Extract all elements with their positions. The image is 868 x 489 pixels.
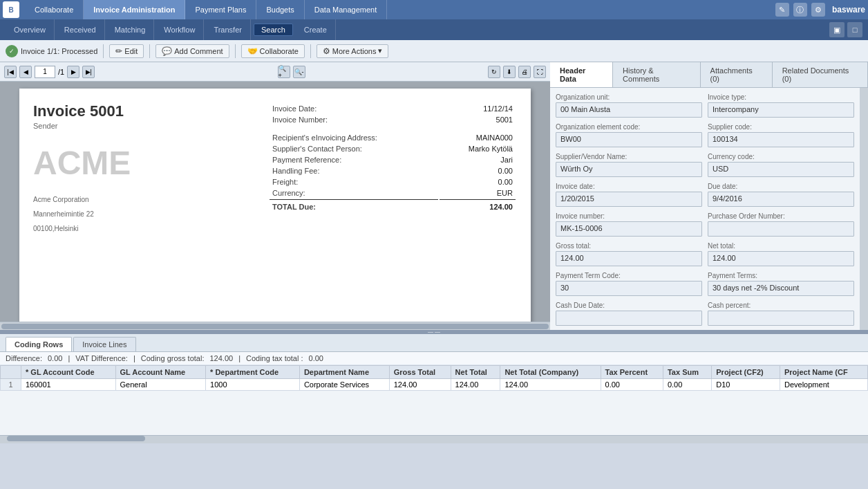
invoice-number-value[interactable]: MK-15-0006 [556,221,702,237]
nav-matching[interactable]: Matching [106,19,155,40]
cash-percent-value[interactable] [708,311,854,326]
more-actions-button[interactable]: ⚙ More Actions ▾ [317,44,389,58]
net-total-cell[interactable]: 124.00 [451,379,500,391]
prev-page-button[interactable]: ◀ [19,66,32,78]
edit-button[interactable]: ✏ Edit [109,44,144,58]
net-total-value[interactable]: 124.00 [708,251,854,266]
collaborate-button[interactable]: 🤝 Collaborate [241,44,305,58]
coding-rows-table: * GL Account Code GL Account Name * Depa… [0,365,868,435]
freight-label: Freight: [270,177,438,187]
right-panel-tabs: Header Data History & Comments Attachmen… [550,62,868,88]
coding-gross-value: 124.00 [209,354,233,362]
nav-overview[interactable]: Overview [6,19,55,40]
nav-icon-1[interactable]: ▣ [829,22,845,37]
bottom-tabs: Coding Rows Invoice Lines [0,334,868,352]
nav-tab-payment-plans[interactable]: Payment Plans [185,0,256,19]
download-button[interactable]: ⬇ [503,66,516,78]
nav-received[interactable]: Received [56,19,105,40]
next-page-button[interactable]: ▶ [67,66,79,78]
col-dept-code: * Department Code [206,366,300,379]
project-name-cell[interactable]: Development [780,379,868,391]
actions-icon: ⚙ [323,46,330,56]
payment-terms-value[interactable]: 30 days net -2% Discount [708,281,854,296]
bottom-horizontal-scrollbar[interactable] [0,435,868,443]
field-due-date: Due date: 9/4/2016 [708,183,854,207]
gross-total-value[interactable]: 124.00 [556,251,702,266]
col-gl-account-code: * GL Account Code [21,366,116,379]
rotate-button[interactable]: ↻ [488,66,500,78]
nav-icon-2[interactable]: □ [847,22,862,37]
net-total-company-cell[interactable]: 124.00 [500,379,601,391]
right-panel-scrollbar[interactable] [860,88,868,330]
tax-percent-cell[interactable]: 0.00 [601,379,663,391]
tab-history-comments[interactable]: History & Comments [613,62,701,87]
org-element-value[interactable]: BW00 [556,132,702,147]
company-logo: ACME [33,144,268,182]
zoom-out-button[interactable]: 🔍- [293,66,305,78]
nav-tab-collaborate[interactable]: Collaborate [25,0,84,19]
contact-value: Marko Kytölä [440,144,516,154]
settings-icon[interactable]: ⚙ [811,3,825,17]
field-row-invoice-number: Invoice number: MK-15-0006 Purchase Orde… [556,212,854,237]
number-value: 5001 [440,115,516,124]
sep2: | [133,354,135,362]
gross-total-cell[interactable]: 124.00 [389,379,451,391]
first-page-button[interactable]: |◀ [4,66,17,78]
tab-invoice-lines[interactable]: Invoice Lines [73,337,135,351]
row-num-cell: 1 [1,379,21,391]
field-row-dates: Invoice date: 1/20/2015 Due date: 9/4/20… [556,183,854,207]
po-number-value[interactable] [708,221,854,237]
nav-transfer[interactable]: Transfer [205,19,251,40]
edit-label: Edit [124,47,138,55]
field-invoice-date: Invoice date: 1/20/2015 [556,183,702,207]
chart-icon[interactable]: ✎ [775,3,789,17]
more-actions-label: More Actions [332,47,377,55]
dept-code-cell[interactable]: 1000 [206,379,300,391]
invoice-type-value[interactable]: Intercompany [708,102,854,118]
dept-name-cell[interactable]: Corporate Services [299,379,389,391]
info-icon[interactable]: ⓘ [793,3,807,17]
org-unit-value[interactable]: 00 Main Alusta [556,102,702,118]
fullscreen-button[interactable]: ⛶ [534,66,546,78]
tab-attachments[interactable]: Attachments (0) [701,62,773,87]
coding-gross-label: Coding gross total: [141,354,205,362]
document-main[interactable]: Invoice 5001 Sender ACME Acme Corporatio… [0,82,550,322]
table-row[interactable]: 1 160001 General 1000 Corporate Services… [1,379,868,391]
tab-related-docs[interactable]: Related Documents (0) [773,62,868,87]
page-number-input[interactable] [35,66,55,78]
payment-ref-value: Jari [440,155,516,165]
project-cf2-cell[interactable]: D10 [712,379,780,391]
nav-tab-invoice-admin[interactable]: Invoice Administration [84,0,185,19]
tax-sum-cell[interactable]: 0.00 [663,379,711,391]
org-unit-label: Organization unit: [556,93,702,101]
doc-horizontal-scrollbar[interactable] [0,322,550,330]
edit-icon: ✏ [115,46,122,56]
gl-account-code-cell[interactable]: 160001 [21,379,116,391]
status-icon: ✓ [6,45,18,57]
gross-total-label: Gross total: [556,242,702,250]
gl-account-name-cell[interactable]: General [115,379,206,391]
nav-tab-data-mgmt[interactable]: Data Management [305,0,388,19]
nav-workflow[interactable]: Workflow [155,19,204,40]
tab-header-data[interactable]: Header Data [550,62,613,87]
nav-create[interactable]: Create [296,19,336,40]
nav-search[interactable]: Search [254,24,293,36]
payment-term-code-value[interactable]: 30 [556,281,702,296]
supplier-code-value[interactable]: 100134 [708,132,854,147]
field-cash-due-date: Cash Due Date: [556,302,702,326]
field-row-totals: Gross total: 124.00 Net total: 124.00 [556,242,854,266]
nav-tab-budgets[interactable]: Budgets [256,0,304,19]
last-page-button[interactable]: ▶| [82,66,95,78]
supplier-name-value[interactable]: Würth Oy [556,162,702,177]
invoice-date-value[interactable]: 1/20/2015 [556,192,702,207]
tab-coding-rows[interactable]: Coding Rows [6,337,72,351]
print-button[interactable]: 🖨 [518,66,531,78]
cash-due-date-value[interactable] [556,311,702,326]
total-label: TOTAL Due: [270,199,438,212]
add-comment-button[interactable]: 💬 Add Comment [155,44,229,58]
difference-value: 0.00 [48,354,62,362]
zoom-in-button[interactable]: 🔍+ [278,66,290,78]
due-date-value[interactable]: 9/4/2016 [708,192,854,207]
total-value: 124.00 [440,199,516,212]
currency-code-value[interactable]: USD [708,162,854,177]
